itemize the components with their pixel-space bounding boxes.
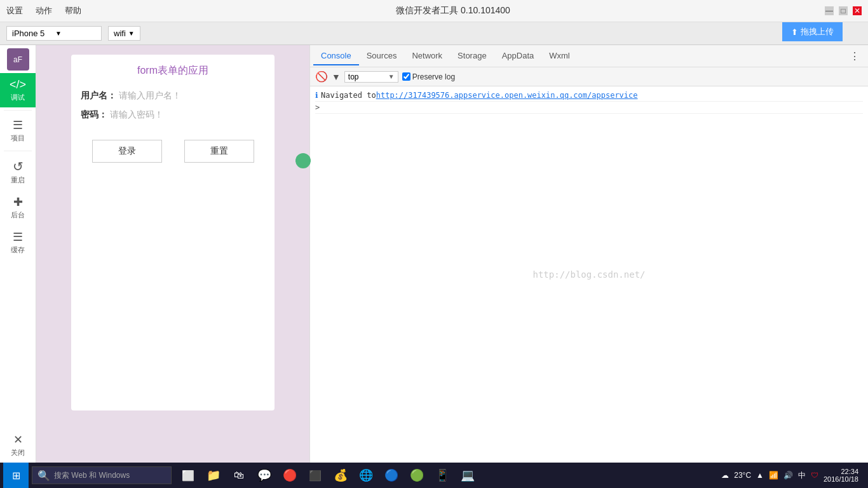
- username-label: 用户名：: [81, 90, 116, 102]
- green-app-button[interactable]: 🟢: [405, 464, 428, 487]
- reset-button[interactable]: 重置: [184, 140, 254, 163]
- taskbar-search[interactable]: 🔍: [32, 466, 172, 484]
- chat-icon: 💬: [257, 468, 271, 482]
- menu-help[interactable]: 帮助: [65, 5, 81, 17]
- preserve-log-checkbox[interactable]: [402, 72, 410, 81]
- file-explorer-button[interactable]: 📁: [202, 464, 225, 487]
- backend-icon: ✚: [13, 195, 23, 209]
- app-form-title: form表单的应用: [81, 64, 265, 78]
- phone-mockup: form表单的应用 用户名： 请输入用户名！ 密码： 请输入密码！ 登录 重置: [71, 55, 275, 410]
- prompt-icon: >: [315, 103, 320, 112]
- file-explorer-icon: 📁: [207, 468, 220, 482]
- filter-input-wrap: ▼: [344, 71, 398, 83]
- preserve-log-wrap: Preserve log: [402, 72, 455, 81]
- store-button[interactable]: 🛍: [227, 464, 250, 487]
- device-selector[interactable]: iPhone 5 ▼: [6, 26, 102, 41]
- tab-appdata[interactable]: AppData: [494, 47, 542, 65]
- finance-icon: 💰: [334, 468, 348, 482]
- blue-app-icon: 🔵: [384, 468, 398, 482]
- cache-icon: ☰: [13, 230, 23, 244]
- tab-network[interactable]: Network: [404, 47, 450, 65]
- green-app-icon: 🟢: [410, 468, 424, 482]
- taskview-icon: ⬜: [182, 470, 194, 482]
- sidebar-divider-1: [4, 110, 32, 111]
- start-button[interactable]: ⊞: [3, 463, 29, 488]
- navigated-text: Navigated to: [321, 91, 376, 100]
- info-icon: ℹ: [315, 91, 318, 100]
- navigated-link[interactable]: http://317439576.appservice.open.weixin.…: [376, 91, 638, 100]
- vscode-button[interactable]: 💻: [456, 464, 479, 487]
- sidebar-label-close: 关闭: [11, 448, 25, 458]
- devtools-toolbar: 🚫 ▼ ▼ Preserve log: [310, 67, 868, 86]
- sidebar-divider-2: [4, 151, 32, 151]
- minimize-button[interactable]: —: [825, 6, 834, 15]
- finance-button[interactable]: 💰: [329, 464, 352, 487]
- preview-area: form表单的应用 用户名： 请输入用户名！ 密码： 请输入密码！ 登录 重置: [36, 45, 309, 463]
- wechat-dev-icon: 📱: [435, 468, 449, 482]
- sidebar-label-cache: 缓存: [11, 245, 25, 255]
- weather-icon: ☁: [721, 471, 729, 480]
- password-row: 密码： 请输入密码！: [81, 109, 265, 121]
- preserve-log-label: Preserve log: [412, 72, 455, 81]
- tab-storage[interactable]: Storage: [450, 47, 494, 65]
- sidebar-item-backend[interactable]: ✚ 后台: [0, 190, 36, 225]
- filter-input[interactable]: [348, 72, 386, 81]
- sidebar-item-close[interactable]: ✕ 关闭: [0, 428, 36, 463]
- avatar: aF: [7, 48, 29, 71]
- restore-button[interactable]: □: [839, 6, 848, 15]
- sidebar-item-restart[interactable]: ↺ 重启: [0, 154, 36, 190]
- devtools-content: ℹ Navigated to http://317439576.appservi…: [310, 86, 868, 463]
- device-chevron-icon: ▼: [55, 30, 96, 37]
- tab-sources[interactable]: Sources: [359, 47, 405, 65]
- sidebar-item-cache[interactable]: ☰ 缓存: [0, 225, 36, 260]
- blue-app-button[interactable]: 🔵: [380, 464, 403, 487]
- calculator-button[interactable]: ⬛: [304, 464, 327, 487]
- taskbar-clock: 22:34 2016/10/18: [824, 468, 858, 483]
- sidebar-label-restart: 重启: [11, 175, 25, 185]
- device-label: iPhone 5: [12, 29, 53, 38]
- taskview-button[interactable]: ⬜: [177, 464, 200, 487]
- security-icon: 🛡: [811, 471, 818, 480]
- more-tabs-button[interactable]: ⋮: [844, 50, 865, 62]
- close-button[interactable]: ✕: [853, 6, 862, 15]
- username-placeholder: 请输入用户名！: [119, 90, 181, 102]
- menu-settings[interactable]: 设置: [6, 5, 23, 17]
- chat-button[interactable]: 💬: [253, 464, 276, 487]
- device-bar: iPhone 5 ▼ wifi ▼: [0, 22, 868, 45]
- console-prompt-row: >: [315, 102, 863, 114]
- sidebar-item-project[interactable]: ☰ 项目: [0, 113, 36, 148]
- restart-icon: ↺: [13, 159, 24, 174]
- red-app-button[interactable]: 🔴: [278, 464, 301, 487]
- watermark: http://blog.csdn.net/: [532, 269, 645, 280]
- title-bar: 设置 动作 帮助 微信开发者工具 0.10.101400 — □ ✕: [0, 0, 868, 22]
- wifi-chevron-icon: ▼: [128, 30, 135, 37]
- filter-dropdown-icon[interactable]: ▼: [388, 73, 395, 80]
- network-icon: 📶: [769, 471, 778, 480]
- chrome-icon: 🌐: [359, 468, 373, 482]
- upload-button[interactable]: ⬆ 拖拽上传: [782, 22, 843, 41]
- tab-console[interactable]: Console: [313, 47, 359, 65]
- chrome-button[interactable]: 🌐: [355, 464, 377, 487]
- wifi-label: wifi: [114, 29, 126, 38]
- temp-label: 23°C: [734, 471, 751, 480]
- form-buttons: 登录 重置: [81, 140, 265, 163]
- sidebar-item-debug[interactable]: </> 调试: [0, 73, 36, 107]
- password-label: 密码：: [81, 109, 107, 121]
- login-button[interactable]: 登录: [92, 140, 162, 163]
- console-row-navigated: ℹ Navigated to http://317439576.appservi…: [315, 90, 863, 102]
- menu-actions[interactable]: 动作: [36, 5, 52, 17]
- upload-icon: ⬆: [791, 27, 798, 37]
- devtools-panel: Console Sources Network Storage AppData …: [309, 45, 868, 463]
- debug-icon: </>: [10, 78, 26, 92]
- filter-icon[interactable]: ▼: [332, 72, 341, 82]
- taskbar-search-input[interactable]: [54, 471, 156, 480]
- avatar-initials: aF: [13, 55, 22, 64]
- date-label: 2016/10/18: [824, 475, 858, 483]
- wifi-selector[interactable]: wifi ▼: [108, 26, 140, 41]
- clear-console-icon[interactable]: 🚫: [315, 71, 328, 83]
- sidebar-label-debug: 调试: [11, 93, 25, 102]
- project-icon: ☰: [13, 118, 23, 132]
- username-row: 用户名： 请输入用户名！: [81, 90, 265, 102]
- wechat-dev-button[interactable]: 📱: [431, 464, 454, 487]
- tab-wxml[interactable]: Wxml: [541, 47, 578, 65]
